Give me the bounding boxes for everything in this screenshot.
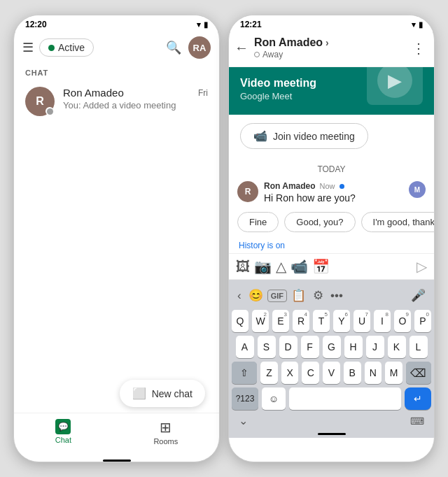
right-status-icons: ▾ ▮ — [412, 20, 423, 29]
smart-reply-good[interactable]: Good, you? — [284, 212, 355, 232]
sticker-toolbar-icon[interactable]: △ — [276, 258, 286, 275]
meet-icon: 📹 — [253, 129, 267, 143]
online-indicator — [340, 184, 344, 189]
chevron-down-icon[interactable]: ⌄ — [239, 414, 248, 427]
key-E[interactable]: E3 — [272, 310, 289, 332]
calendar-toolbar-icon[interactable]: 📅 — [312, 258, 330, 275]
join-label: Join video meeting — [273, 131, 355, 142]
sender-avatar: R — [237, 181, 258, 202]
battery-icon: ▮ — [204, 20, 208, 29]
kb-gif-button[interactable]: GIF — [267, 290, 287, 302]
active-label: Active — [58, 42, 85, 53]
video-placeholder: ▶ — [377, 67, 412, 98]
left-status-icons: ▾ ▮ — [197, 20, 208, 29]
image-toolbar-icon[interactable]: 🖼 — [236, 259, 250, 275]
key-F[interactable]: F — [301, 336, 319, 358]
video-card-sub: Google Meet — [240, 91, 367, 101]
active-badge[interactable]: Active — [39, 38, 94, 57]
message-text: Hi Ron how are you? — [264, 192, 403, 204]
header-right: 🔍 RA — [166, 36, 211, 59]
key-R[interactable]: R4 — [293, 310, 309, 332]
right-status-bar: 12:21 ▾ ▮ — [229, 15, 434, 32]
smart-reply-fine[interactable]: Fine — [237, 212, 279, 232]
camera-toolbar-icon[interactable]: 📷 — [254, 258, 272, 275]
send-button[interactable]: ▷ — [416, 258, 427, 275]
bottom-nav: 💬 Chat ⊞ Rooms — [14, 413, 219, 457]
key-K[interactable]: K — [388, 336, 406, 358]
search-icon[interactable]: 🔍 — [166, 40, 181, 55]
left-user-avatar[interactable]: RA — [188, 36, 211, 59]
right-battery-icon: ▮ — [419, 20, 423, 29]
chevron-right-icon: › — [326, 37, 329, 48]
keyboard-layout-icon[interactable]: ⌨ — [410, 415, 424, 427]
keyboard-row-2: A S D F G H J K L — [232, 336, 431, 358]
key-enter[interactable]: ↵ — [405, 387, 431, 410]
more-options-icon[interactable]: ⋮ — [412, 40, 426, 57]
key-X[interactable]: X — [281, 362, 299, 384]
key-D[interactable]: D — [279, 336, 298, 358]
key-N[interactable]: N — [365, 362, 382, 384]
hamburger-icon[interactable]: ☰ — [22, 40, 34, 55]
my-avatar: M — [409, 181, 426, 198]
key-Q[interactable]: Q — [232, 310, 248, 332]
key-S[interactable]: S — [258, 336, 276, 358]
kb-more-icon[interactable]: ••• — [328, 286, 346, 306]
key-B[interactable]: B — [344, 362, 361, 384]
message-name-row: Ron Amadeo Now — [264, 181, 403, 191]
key-V[interactable]: V — [323, 362, 340, 384]
kb-settings-icon[interactable]: ⚙ — [310, 285, 326, 306]
key-num123[interactable]: ?123 — [232, 387, 258, 410]
key-H[interactable]: H — [344, 336, 363, 358]
key-Z[interactable]: Z — [260, 362, 278, 384]
key-shift[interactable]: ⇧ — [232, 362, 257, 384]
nav-chat-tab[interactable]: 💬 Chat — [55, 419, 71, 446]
key-backspace[interactable]: ⌫ — [406, 362, 431, 384]
chat-list-item[interactable]: R Ron Amadeo Fri You: Added a video meet… — [14, 80, 219, 123]
key-W[interactable]: W2 — [252, 310, 269, 332]
contact-name: Ron Amadeo — [254, 36, 323, 49]
smart-reply-im-good[interactable]: I'm good, thanks — [361, 212, 434, 232]
nav-rooms-tab[interactable]: ⊞ Rooms — [153, 419, 178, 446]
message-content: Ron Amadeo Now Hi Ron how are you? — [264, 181, 403, 204]
key-I[interactable]: I8 — [374, 310, 391, 332]
key-J[interactable]: J — [366, 336, 384, 358]
left-nav-indicator — [103, 460, 131, 462]
new-chat-button[interactable]: ⬜ New chat — [120, 380, 205, 407]
right-header-info: Ron Amadeo › Away — [254, 36, 406, 59]
video-card-text: Video meeting Google Meet — [240, 77, 367, 101]
kb-emoji-icon[interactable]: 😊 — [246, 285, 266, 306]
key-emoji[interactable]: ☺ — [262, 387, 286, 410]
keyboard-rows: Q W2 E3 R4 T5 Y6 U7 I8 O9 P0 A S — [232, 308, 431, 411]
key-T[interactable]: T5 — [313, 310, 330, 332]
video-toolbar-icon[interactable]: 📹 — [290, 258, 308, 275]
join-video-meeting-button[interactable]: 📹 Join video meeting — [240, 123, 368, 149]
back-icon[interactable]: ← — [234, 40, 248, 56]
keyboard-row-1: Q W2 E3 R4 T5 Y6 U7 I8 O9 P0 — [232, 310, 431, 332]
key-A[interactable]: A — [236, 336, 254, 358]
kb-mic-icon[interactable]: 🎤 — [408, 285, 428, 306]
keyboard-row-4: ?123 ☺ ↵ — [232, 387, 431, 410]
video-card-title: Video meeting — [240, 77, 367, 90]
key-G[interactable]: G — [323, 336, 341, 358]
right-time: 12:21 — [240, 20, 262, 29]
right-wifi-icon: ▾ — [412, 20, 416, 29]
key-space[interactable] — [289, 387, 401, 410]
chat-icon-inner: 💬 — [58, 422, 69, 432]
key-O[interactable]: O9 — [394, 310, 411, 332]
chat-preview: You: Added a video meeting — [63, 100, 208, 111]
key-Y[interactable]: Y6 — [333, 310, 350, 332]
kb-back-icon[interactable]: ‹ — [234, 286, 244, 306]
key-M[interactable]: M — [385, 362, 402, 384]
message-sender-name: Ron Amadeo — [264, 181, 316, 191]
keyboard-row-3: ⇧ Z X C V B N M ⌫ — [232, 362, 431, 384]
chat-messages: Video meeting Google Meet ▶ 📹 Join video… — [229, 67, 434, 462]
key-P[interactable]: P0 — [414, 310, 431, 332]
input-toolbar: 🖼 📷 △ 📹 📅 ▷ — [229, 254, 434, 280]
key-L[interactable]: L — [410, 336, 428, 358]
key-C[interactable]: C — [302, 362, 319, 384]
key-U[interactable]: U7 — [354, 310, 370, 332]
kb-clipboard-icon[interactable]: 📋 — [288, 285, 309, 306]
right-header-name[interactable]: Ron Amadeo › — [254, 36, 406, 49]
history-bar: History is on — [229, 238, 434, 254]
message-time: Now — [320, 182, 335, 190]
